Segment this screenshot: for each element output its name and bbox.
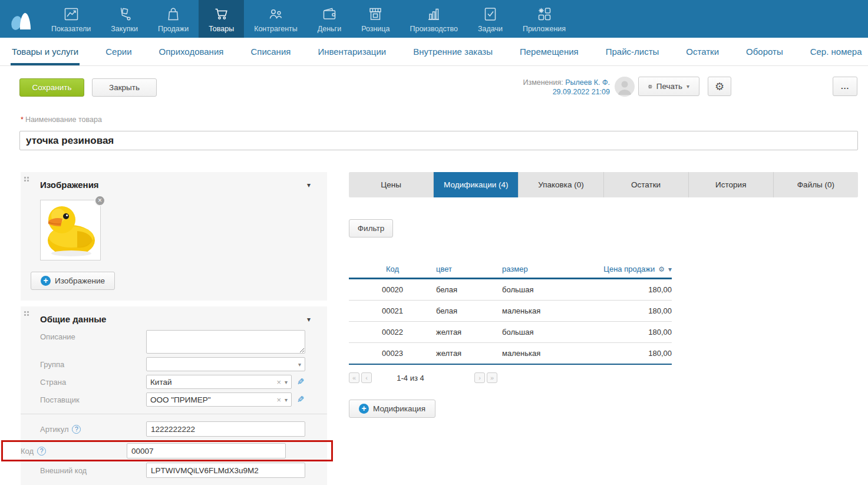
subnav-item-internal-orders[interactable]: Внутренние заказы: [412, 38, 494, 65]
tab-files[interactable]: Файлы (0): [774, 172, 858, 197]
description-textarea[interactable]: [146, 330, 305, 354]
close-button[interactable]: Закрыть: [92, 78, 157, 97]
column-settings-gear-icon[interactable]: ⚙: [658, 265, 665, 273]
column-header-code[interactable]: Код: [349, 262, 436, 279]
subnav-item-price-lists[interactable]: Прайс-листы: [605, 38, 661, 65]
subnav-item-serial-numbers[interactable]: Сер. номера: [809, 38, 863, 65]
topnav-item-indicators[interactable]: Показатели: [41, 0, 101, 38]
supplier-field-row: Поставщик ООО "ПРИМЕР" × ▾ ✎: [21, 392, 327, 407]
cell-price[interactable]: 180,00: [590, 301, 672, 322]
collapse-caret-icon[interactable]: ▾: [307, 181, 311, 189]
cell-code[interactable]: 00021: [349, 301, 436, 322]
column-header-size[interactable]: размер: [502, 262, 590, 279]
subnav-item-goods-and-services[interactable]: Товары и услуги: [11, 38, 80, 65]
topnav-item-sales[interactable]: Продажи: [148, 0, 199, 38]
moysklad-logo[interactable]: [0, 0, 41, 38]
chevron-down-icon[interactable]: ▾: [285, 379, 288, 385]
article-input[interactable]: [146, 421, 305, 437]
topnav-label: Продажи: [158, 25, 189, 33]
drag-handle-icon[interactable]: [24, 177, 29, 182]
subnav-item-turnover[interactable]: Обороты: [745, 38, 784, 65]
subnav-item-stock[interactable]: Остатки: [685, 38, 720, 65]
general-data-panel: Общие данные ▾ Описание Группа ▾ Страна …: [21, 306, 327, 485]
clear-icon[interactable]: ×: [276, 395, 281, 404]
add-modification-button[interactable]: + Модификация: [349, 400, 435, 418]
add-image-button[interactable]: + Изображение: [31, 272, 115, 290]
cell-code[interactable]: 00020: [349, 279, 436, 301]
chevron-down-icon[interactable]: ▾: [285, 397, 288, 403]
tab-history[interactable]: История: [689, 172, 774, 197]
edit-pencil-icon[interactable]: ✎: [297, 394, 305, 405]
topnav-item-purchases[interactable]: Закупки: [101, 0, 148, 38]
collapse-caret-icon[interactable]: ▾: [307, 315, 311, 324]
table-row[interactable]: 00020 белая большая 180,00: [349, 279, 672, 301]
country-select[interactable]: Китай × ▾: [146, 375, 292, 389]
tab-stock[interactable]: Остатки: [604, 172, 689, 197]
people-icon: [268, 5, 283, 22]
topnav-item-money[interactable]: Деньги: [308, 0, 351, 38]
cell-color[interactable]: желтая: [436, 343, 502, 365]
code-input[interactable]: [127, 443, 286, 458]
print-button[interactable]: Печать ▾: [638, 77, 699, 96]
subnav-item-transfers[interactable]: Перемещения: [519, 38, 580, 65]
drag-handle-icon[interactable]: [24, 311, 29, 316]
chevron-down-icon[interactable]: ▾: [298, 361, 301, 368]
subnav-item-inventories[interactable]: Инвентаризации: [316, 38, 387, 65]
changes-user-link[interactable]: Рылеев К. Ф.: [565, 78, 610, 87]
cell-size[interactable]: большая: [502, 322, 590, 343]
group-field-row: Группа ▾: [21, 357, 327, 371]
cell-price[interactable]: 180,00: [590, 322, 672, 343]
tab-packaging[interactable]: Упаковка (0): [519, 172, 603, 197]
cell-size[interactable]: большая: [502, 279, 590, 301]
subnav-item-incoming[interactable]: Оприходования: [158, 38, 225, 65]
settings-button[interactable]: ⚙: [708, 77, 731, 96]
changes-date-link[interactable]: 29.09.2022 21:09: [553, 88, 610, 96]
subnav-item-writeoffs[interactable]: Списания: [249, 38, 292, 65]
help-question-icon[interactable]: ?: [72, 425, 81, 434]
topnav-item-counterparties[interactable]: Контрагенты: [244, 0, 308, 38]
next-page-button[interactable]: ›: [474, 372, 485, 383]
tab-modifications[interactable]: Модификации (4): [434, 172, 519, 197]
cell-color[interactable]: желтая: [436, 322, 502, 343]
cell-color[interactable]: белая: [436, 301, 502, 322]
first-page-button[interactable]: «: [349, 372, 359, 383]
topnav-item-products[interactable]: Товары: [199, 0, 244, 38]
topnav-item-tasks[interactable]: Задачи: [468, 0, 513, 38]
external-code-input[interactable]: [146, 463, 305, 478]
tab-prices[interactable]: Цены: [349, 172, 434, 197]
cell-price[interactable]: 180,00: [590, 279, 672, 301]
chevron-down-icon[interactable]: ▾: [668, 265, 672, 273]
column-header-price[interactable]: Цена продажи⚙▾: [590, 262, 672, 279]
prev-page-button[interactable]: ‹: [361, 372, 372, 383]
table-row[interactable]: 00023 желтая маленькая 180,00: [349, 343, 672, 365]
more-actions-button[interactable]: ...: [833, 77, 857, 96]
images-panel-title: Изображения: [40, 180, 99, 190]
topnav-item-retail[interactable]: Розница: [351, 0, 400, 38]
supplier-label: Поставщик: [40, 395, 146, 404]
column-header-color[interactable]: цвет: [436, 262, 502, 279]
supplier-select[interactable]: ООО "ПРИМЕР" × ▾: [146, 392, 292, 407]
cell-color[interactable]: белая: [436, 279, 502, 301]
cell-price[interactable]: 180,00: [590, 343, 672, 365]
last-page-button[interactable]: »: [487, 372, 497, 383]
cell-code[interactable]: 00023: [349, 343, 436, 365]
subnav-item-series[interactable]: Серии: [104, 38, 133, 65]
product-image-thumbnail[interactable]: ×: [40, 200, 101, 260]
product-name-input[interactable]: [19, 131, 858, 150]
clear-icon[interactable]: ×: [276, 378, 281, 387]
cell-code[interactable]: 00022: [349, 322, 436, 343]
table-row[interactable]: 00022 желтая большая 180,00: [349, 322, 672, 343]
topnav-item-production[interactable]: Производство: [400, 0, 468, 38]
topnav-item-apps[interactable]: Приложения: [513, 0, 576, 38]
table-row[interactable]: 00021 белая маленькая 180,00: [349, 301, 672, 322]
user-avatar[interactable]: [615, 77, 635, 97]
last-changes-info: Изменения: Рылеев К. Ф. 29.09.2022 21:09: [523, 78, 610, 97]
remove-image-icon[interactable]: ×: [94, 195, 105, 206]
group-select[interactable]: ▾: [146, 357, 305, 371]
filter-button[interactable]: Фильтр: [349, 219, 393, 237]
edit-pencil-icon[interactable]: ✎: [297, 377, 305, 387]
cell-size[interactable]: маленькая: [502, 343, 590, 365]
save-button[interactable]: Сохранить: [19, 78, 84, 97]
cell-size[interactable]: маленькая: [502, 301, 590, 322]
help-question-icon[interactable]: ?: [37, 447, 46, 456]
